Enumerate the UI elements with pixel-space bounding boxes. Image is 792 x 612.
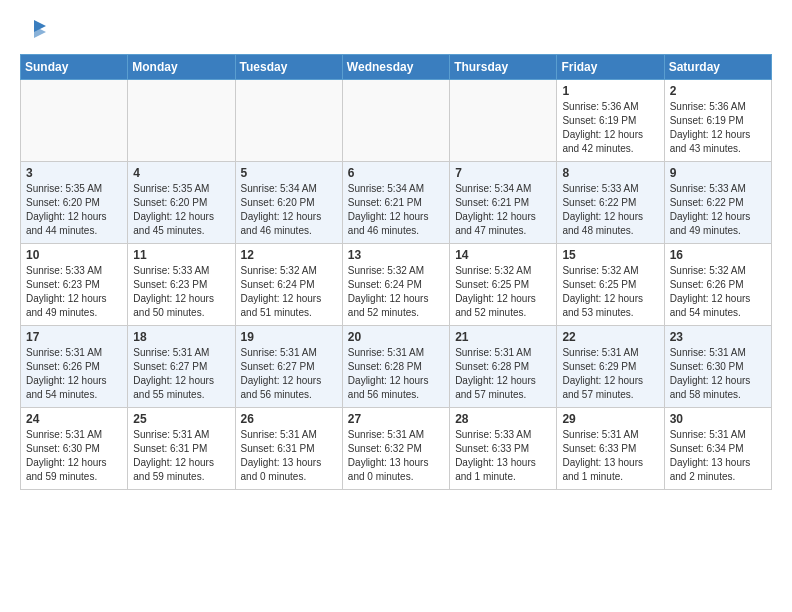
day-number: 29: [562, 412, 658, 426]
calendar-cell: 21Sunrise: 5:31 AMSunset: 6:28 PMDayligh…: [450, 326, 557, 408]
calendar-cell: 29Sunrise: 5:31 AMSunset: 6:33 PMDayligh…: [557, 408, 664, 490]
calendar-cell: 7Sunrise: 5:34 AMSunset: 6:21 PMDaylight…: [450, 162, 557, 244]
day-number: 20: [348, 330, 444, 344]
day-number: 9: [670, 166, 766, 180]
calendar-cell: 12Sunrise: 5:32 AMSunset: 6:24 PMDayligh…: [235, 244, 342, 326]
day-number: 28: [455, 412, 551, 426]
day-info: Sunrise: 5:32 AMSunset: 6:24 PMDaylight:…: [348, 264, 444, 320]
day-number: 19: [241, 330, 337, 344]
day-number: 1: [562, 84, 658, 98]
logo: [20, 16, 50, 44]
day-info: Sunrise: 5:31 AMSunset: 6:27 PMDaylight:…: [241, 346, 337, 402]
day-info: Sunrise: 5:34 AMSunset: 6:20 PMDaylight:…: [241, 182, 337, 238]
day-info: Sunrise: 5:34 AMSunset: 6:21 PMDaylight:…: [455, 182, 551, 238]
weekday-header-row: SundayMondayTuesdayWednesdayThursdayFrid…: [21, 55, 772, 80]
day-number: 11: [133, 248, 229, 262]
day-number: 8: [562, 166, 658, 180]
day-info: Sunrise: 5:31 AMSunset: 6:30 PMDaylight:…: [670, 346, 766, 402]
calendar-cell: 3Sunrise: 5:35 AMSunset: 6:20 PMDaylight…: [21, 162, 128, 244]
day-info: Sunrise: 5:31 AMSunset: 6:28 PMDaylight:…: [455, 346, 551, 402]
weekday-header-sunday: Sunday: [21, 55, 128, 80]
day-number: 14: [455, 248, 551, 262]
day-number: 10: [26, 248, 122, 262]
day-info: Sunrise: 5:36 AMSunset: 6:19 PMDaylight:…: [670, 100, 766, 156]
calendar-cell: 19Sunrise: 5:31 AMSunset: 6:27 PMDayligh…: [235, 326, 342, 408]
day-number: 22: [562, 330, 658, 344]
calendar-cell: 22Sunrise: 5:31 AMSunset: 6:29 PMDayligh…: [557, 326, 664, 408]
day-number: 5: [241, 166, 337, 180]
calendar-cell: 17Sunrise: 5:31 AMSunset: 6:26 PMDayligh…: [21, 326, 128, 408]
calendar-cell: 25Sunrise: 5:31 AMSunset: 6:31 PMDayligh…: [128, 408, 235, 490]
day-number: 6: [348, 166, 444, 180]
day-info: Sunrise: 5:31 AMSunset: 6:33 PMDaylight:…: [562, 428, 658, 484]
day-number: 27: [348, 412, 444, 426]
day-info: Sunrise: 5:33 AMSunset: 6:22 PMDaylight:…: [562, 182, 658, 238]
calendar-cell: 18Sunrise: 5:31 AMSunset: 6:27 PMDayligh…: [128, 326, 235, 408]
day-info: Sunrise: 5:31 AMSunset: 6:31 PMDaylight:…: [241, 428, 337, 484]
calendar-cell: 27Sunrise: 5:31 AMSunset: 6:32 PMDayligh…: [342, 408, 449, 490]
day-number: 16: [670, 248, 766, 262]
calendar-cell: [450, 80, 557, 162]
day-number: 18: [133, 330, 229, 344]
day-number: 30: [670, 412, 766, 426]
day-number: 12: [241, 248, 337, 262]
day-number: 3: [26, 166, 122, 180]
calendar-week-row: 17Sunrise: 5:31 AMSunset: 6:26 PMDayligh…: [21, 326, 772, 408]
day-number: 17: [26, 330, 122, 344]
calendar-cell: 9Sunrise: 5:33 AMSunset: 6:22 PMDaylight…: [664, 162, 771, 244]
day-info: Sunrise: 5:31 AMSunset: 6:30 PMDaylight:…: [26, 428, 122, 484]
calendar-cell: [128, 80, 235, 162]
day-info: Sunrise: 5:33 AMSunset: 6:23 PMDaylight:…: [133, 264, 229, 320]
calendar-cell: 26Sunrise: 5:31 AMSunset: 6:31 PMDayligh…: [235, 408, 342, 490]
logo-icon: [20, 16, 48, 44]
calendar-page: SundayMondayTuesdayWednesdayThursdayFrid…: [0, 0, 792, 612]
day-info: Sunrise: 5:32 AMSunset: 6:25 PMDaylight:…: [455, 264, 551, 320]
day-info: Sunrise: 5:35 AMSunset: 6:20 PMDaylight:…: [26, 182, 122, 238]
calendar-cell: [342, 80, 449, 162]
day-info: Sunrise: 5:34 AMSunset: 6:21 PMDaylight:…: [348, 182, 444, 238]
weekday-header-wednesday: Wednesday: [342, 55, 449, 80]
day-number: 2: [670, 84, 766, 98]
day-info: Sunrise: 5:33 AMSunset: 6:22 PMDaylight:…: [670, 182, 766, 238]
calendar-cell: 6Sunrise: 5:34 AMSunset: 6:21 PMDaylight…: [342, 162, 449, 244]
calendar-cell: 2Sunrise: 5:36 AMSunset: 6:19 PMDaylight…: [664, 80, 771, 162]
day-info: Sunrise: 5:31 AMSunset: 6:26 PMDaylight:…: [26, 346, 122, 402]
day-info: Sunrise: 5:33 AMSunset: 6:23 PMDaylight:…: [26, 264, 122, 320]
day-info: Sunrise: 5:32 AMSunset: 6:26 PMDaylight:…: [670, 264, 766, 320]
day-number: 25: [133, 412, 229, 426]
day-number: 7: [455, 166, 551, 180]
weekday-header-tuesday: Tuesday: [235, 55, 342, 80]
calendar-cell: 15Sunrise: 5:32 AMSunset: 6:25 PMDayligh…: [557, 244, 664, 326]
weekday-header-monday: Monday: [128, 55, 235, 80]
calendar-cell: [21, 80, 128, 162]
calendar-week-row: 3Sunrise: 5:35 AMSunset: 6:20 PMDaylight…: [21, 162, 772, 244]
day-info: Sunrise: 5:31 AMSunset: 6:29 PMDaylight:…: [562, 346, 658, 402]
weekday-header-saturday: Saturday: [664, 55, 771, 80]
day-number: 24: [26, 412, 122, 426]
day-info: Sunrise: 5:35 AMSunset: 6:20 PMDaylight:…: [133, 182, 229, 238]
day-info: Sunrise: 5:36 AMSunset: 6:19 PMDaylight:…: [562, 100, 658, 156]
calendar-cell: 4Sunrise: 5:35 AMSunset: 6:20 PMDaylight…: [128, 162, 235, 244]
calendar-cell: 20Sunrise: 5:31 AMSunset: 6:28 PMDayligh…: [342, 326, 449, 408]
day-number: 21: [455, 330, 551, 344]
calendar-cell: 23Sunrise: 5:31 AMSunset: 6:30 PMDayligh…: [664, 326, 771, 408]
calendar-cell: 11Sunrise: 5:33 AMSunset: 6:23 PMDayligh…: [128, 244, 235, 326]
calendar-table: SundayMondayTuesdayWednesdayThursdayFrid…: [20, 54, 772, 490]
calendar-week-row: 10Sunrise: 5:33 AMSunset: 6:23 PMDayligh…: [21, 244, 772, 326]
day-info: Sunrise: 5:31 AMSunset: 6:31 PMDaylight:…: [133, 428, 229, 484]
calendar-cell: [235, 80, 342, 162]
day-info: Sunrise: 5:31 AMSunset: 6:27 PMDaylight:…: [133, 346, 229, 402]
header: [20, 16, 772, 44]
weekday-header-thursday: Thursday: [450, 55, 557, 80]
calendar-cell: 24Sunrise: 5:31 AMSunset: 6:30 PMDayligh…: [21, 408, 128, 490]
calendar-cell: 5Sunrise: 5:34 AMSunset: 6:20 PMDaylight…: [235, 162, 342, 244]
day-info: Sunrise: 5:31 AMSunset: 6:34 PMDaylight:…: [670, 428, 766, 484]
calendar-week-row: 1Sunrise: 5:36 AMSunset: 6:19 PMDaylight…: [21, 80, 772, 162]
day-info: Sunrise: 5:33 AMSunset: 6:33 PMDaylight:…: [455, 428, 551, 484]
day-info: Sunrise: 5:31 AMSunset: 6:28 PMDaylight:…: [348, 346, 444, 402]
calendar-cell: 13Sunrise: 5:32 AMSunset: 6:24 PMDayligh…: [342, 244, 449, 326]
weekday-header-friday: Friday: [557, 55, 664, 80]
day-info: Sunrise: 5:32 AMSunset: 6:24 PMDaylight:…: [241, 264, 337, 320]
day-number: 15: [562, 248, 658, 262]
calendar-cell: 30Sunrise: 5:31 AMSunset: 6:34 PMDayligh…: [664, 408, 771, 490]
